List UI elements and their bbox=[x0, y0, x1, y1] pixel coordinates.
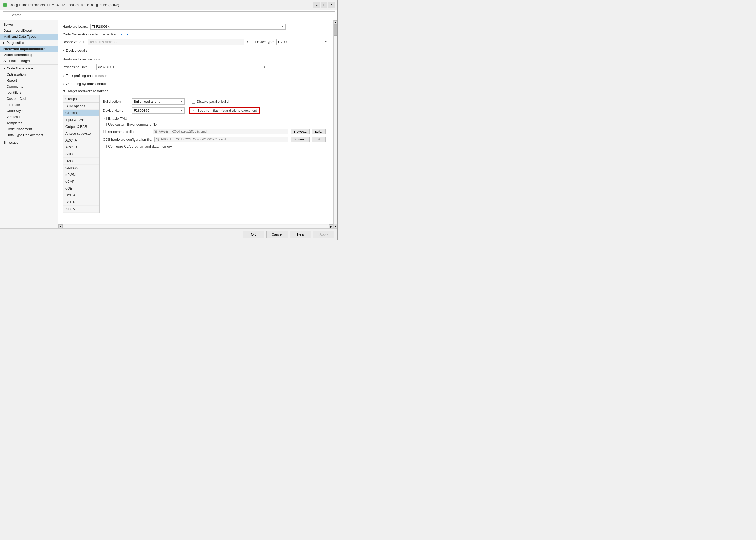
group-item-clocking[interactable]: Clocking bbox=[63, 110, 99, 116]
os-scheduler-section[interactable]: ▶ Operating system/scheduler bbox=[62, 81, 329, 87]
target-hw-resources: ▼ Target hardware resources Groups Build… bbox=[62, 89, 329, 213]
group-item-cmpss[interactable]: CMPSS bbox=[63, 165, 99, 171]
device-vendor-value: Texas Instruments bbox=[89, 40, 117, 44]
target-hw-resources-header[interactable]: ▼ Target hardware resources bbox=[62, 89, 329, 93]
hardware-board-combo[interactable]: TI F28003x ▼ bbox=[90, 24, 285, 30]
build-action-row: Build action: Build, load and run ▼ Disa… bbox=[103, 98, 326, 104]
configure-cla-checkbox[interactable] bbox=[103, 145, 107, 148]
sidebar-item-verification[interactable]: Verification bbox=[0, 114, 58, 120]
content-inner: Hardware board: TI F28003x ▼ Code Genera… bbox=[58, 20, 333, 224]
group-item-build-options[interactable]: Build options bbox=[63, 103, 99, 110]
close-button[interactable]: ✕ bbox=[328, 2, 335, 8]
device-details-label: Device details bbox=[66, 49, 87, 53]
disable-parallel-checkbox[interactable] bbox=[191, 100, 195, 103]
use-custom-linker-checkbox[interactable] bbox=[103, 123, 107, 126]
h-scroll-left-button[interactable]: ◀ bbox=[58, 224, 62, 229]
sidebar-item-code-placement[interactable]: Code Placement bbox=[0, 126, 58, 132]
v-scroll-thumb[interactable] bbox=[334, 25, 338, 36]
sidebar-item-simulation-target[interactable]: Simulation Target bbox=[0, 58, 58, 64]
linker-cmd-browse-button[interactable]: Browse... bbox=[290, 129, 309, 134]
bottom-bar: OK Cancel Help Apply bbox=[0, 228, 338, 240]
group-item-epwm[interactable]: ePWM bbox=[63, 171, 99, 178]
sidebar-item-custom-code[interactable]: Custom Code bbox=[0, 95, 58, 102]
group-item-analog-subsystem[interactable]: Analog subsystem bbox=[63, 130, 99, 137]
sidebar-item-model-referencing[interactable]: Model Referencing bbox=[0, 52, 58, 58]
group-item-dac[interactable]: DAC bbox=[63, 158, 99, 165]
sidebar-item-interface[interactable]: Interface bbox=[0, 102, 58, 108]
group-item-ecap[interactable]: eCAP bbox=[63, 178, 99, 185]
device-type-arrow: ▼ bbox=[325, 41, 327, 43]
linker-cmd-row: Linker command file: $(TARGET_ROOT)\src\… bbox=[103, 129, 326, 134]
minimize-button[interactable]: – bbox=[313, 2, 320, 8]
maximize-button[interactable]: □ bbox=[321, 2, 327, 8]
code-gen-arrow: ▼ bbox=[3, 67, 6, 70]
apply-button[interactable]: Apply bbox=[313, 231, 334, 238]
group-item-adc-b[interactable]: ADC_B bbox=[63, 144, 99, 151]
target-resources-label: Target hardware resources bbox=[67, 89, 108, 93]
build-action-combo[interactable]: Build, load and run ▼ bbox=[132, 98, 185, 104]
device-type-combo[interactable]: C2000 ▼ bbox=[276, 39, 329, 45]
linker-cmd-edit-button[interactable]: Edit... bbox=[312, 129, 326, 134]
sidebar-item-code-style[interactable]: Code Style bbox=[0, 108, 58, 114]
group-item-input-xbar[interactable]: Input X-BAR bbox=[63, 116, 99, 123]
sidebar-item-simscape[interactable]: Simscape bbox=[0, 139, 58, 146]
enable-tmu-checkbox[interactable] bbox=[103, 117, 107, 120]
configure-cla-row: Configure CLA program and data memory bbox=[103, 144, 326, 148]
group-item-adc-c[interactable]: ADC_C bbox=[63, 151, 99, 158]
task-profiling-section[interactable]: ▶ Task profiling on processor bbox=[62, 72, 329, 79]
sidebar-item-data-type-replacement[interactable]: Data Type Replacement bbox=[0, 132, 58, 138]
ccs-hw-edit-button[interactable]: Edit... bbox=[312, 137, 326, 142]
h-scroll-right-button[interactable]: ▶ bbox=[329, 224, 333, 229]
h-scroll-track bbox=[63, 225, 329, 228]
ccs-hw-browse-button[interactable]: Browse... bbox=[290, 137, 309, 142]
device-vendor-arrow[interactable]: ▼ bbox=[247, 41, 249, 43]
hardware-board-arrow: ▼ bbox=[281, 25, 284, 28]
horizontal-scrollbar: ◀ ▶ bbox=[58, 224, 333, 228]
sidebar-item-comments[interactable]: Comments bbox=[0, 83, 58, 89]
v-scroll-down-button[interactable]: ▼ bbox=[334, 224, 338, 228]
group-item-eqep[interactable]: eQEP bbox=[63, 185, 99, 192]
boot-flash-label: Boot from flash (stand-alone execution) bbox=[197, 108, 257, 112]
group-item-sci-b[interactable]: SCI_B bbox=[63, 199, 99, 206]
sidebar-code-generation-header[interactable]: ▼ Code Generation bbox=[0, 65, 58, 71]
processing-unit-label: Processing Unit bbox=[62, 65, 94, 69]
hardware-board-label: Hardware board: bbox=[62, 25, 88, 29]
help-button[interactable]: Help bbox=[290, 231, 311, 238]
search-input[interactable] bbox=[3, 11, 335, 19]
sidebar-item-hardware-implementation[interactable]: Hardware Implementation bbox=[0, 46, 58, 52]
sidebar-item-math-data-types[interactable]: Math and Data Types bbox=[0, 34, 58, 40]
groups-list: Groups Build options Clocking Input X-BA… bbox=[63, 95, 100, 212]
ccs-hw-row: CCS hardware configuration file: $(TARGE… bbox=[103, 137, 326, 142]
main-area: Solver Data Import/Export Math and Data … bbox=[0, 20, 338, 228]
code-gen-label: Code Generation bbox=[7, 66, 33, 70]
sidebar-item-solver[interactable]: Solver bbox=[0, 21, 58, 28]
boot-flash-checkbox[interactable] bbox=[192, 109, 196, 112]
processing-unit-combo[interactable]: c28xCPU1 ▼ bbox=[96, 64, 268, 70]
sidebar-item-optimization[interactable]: Optimization bbox=[0, 71, 58, 77]
configure-cla-label: Configure CLA program and data memory bbox=[108, 144, 172, 148]
processing-unit-value: c28xCPU1 bbox=[98, 65, 115, 69]
device-details-section[interactable]: ▶ Device details bbox=[62, 48, 329, 54]
v-scroll-up-button[interactable]: ▲ bbox=[334, 20, 338, 25]
window-title: Configuration Parameters: TIDM_02012_F28… bbox=[9, 3, 119, 7]
group-item-sci-a[interactable]: SCI_A bbox=[63, 192, 99, 199]
group-item-i2c-a[interactable]: I2C_A bbox=[63, 206, 99, 212]
code-gen-link[interactable]: ert.tlc bbox=[121, 32, 129, 36]
sidebar-item-report[interactable]: Report bbox=[0, 77, 58, 83]
sidebar-item-identifiers[interactable]: Identifiers bbox=[0, 89, 58, 95]
groups-area: Groups Build options Clocking Input X-BA… bbox=[62, 95, 329, 213]
sidebar-item-diagnostics[interactable]: ▶ Diagnostics bbox=[0, 40, 58, 46]
disable-parallel-label: Disable parallel build bbox=[197, 99, 229, 103]
device-name-combo[interactable]: F280039C ▼ bbox=[132, 107, 185, 113]
build-action-arrow: ▼ bbox=[180, 100, 183, 103]
group-item-output-xbar[interactable]: Output X-BAR bbox=[63, 123, 99, 130]
ok-button[interactable]: OK bbox=[243, 231, 264, 238]
sidebar-item-templates[interactable]: Templates bbox=[0, 120, 58, 126]
group-item-adc-a[interactable]: ADC_A bbox=[63, 137, 99, 144]
search-wrap bbox=[3, 11, 335, 19]
cancel-button[interactable]: Cancel bbox=[266, 231, 288, 238]
code-gen-row: Code Generation system target file: ert.… bbox=[62, 32, 329, 36]
device-name-label: Device Name: bbox=[103, 108, 129, 112]
sidebar-item-data-import-export[interactable]: Data Import/Export bbox=[0, 28, 58, 34]
processing-unit-row: Processing Unit c28xCPU1 ▼ bbox=[62, 64, 329, 70]
